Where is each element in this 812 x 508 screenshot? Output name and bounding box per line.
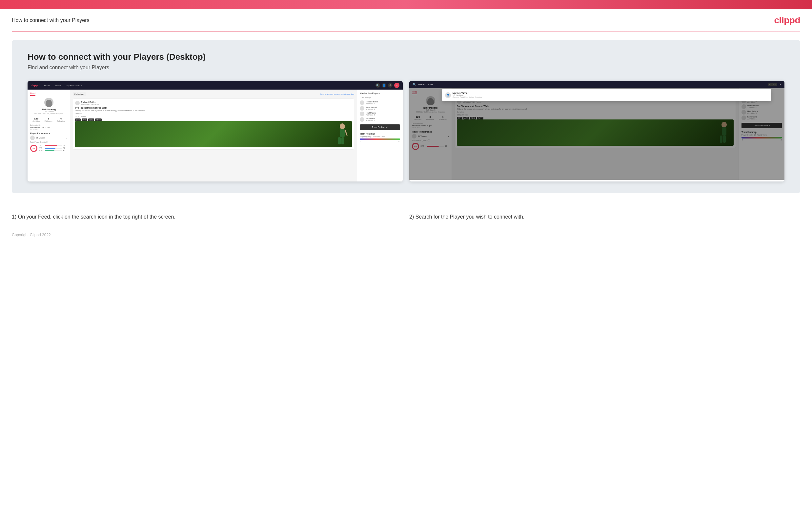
heatmap-bar: [360, 138, 400, 140]
control-link[interactable]: Control who can see your activity and da…: [320, 93, 354, 95]
settings-icon[interactable]: ⚙: [388, 83, 392, 88]
quality-bar-ott: OTT 79: [39, 144, 67, 146]
profile-avatar: [44, 98, 53, 107]
profile-name-2: Blair McHarg: [412, 107, 449, 109]
stat-followers: 3 Followers: [45, 117, 52, 122]
caption-2: 2) Search for the Player you wish to con…: [409, 208, 800, 221]
player-performance-section: Player Performance Eli Vincent ▾ Total P…: [30, 132, 67, 152]
latest-activity-date: 27 Jul 2022: [30, 128, 67, 130]
ott-bar: [45, 145, 62, 146]
following-row: Following ▾ Control who can see your act…: [73, 92, 354, 96]
post-header: Richard Butler Yesterday · The Grove: [75, 101, 352, 105]
footer: Copyright Clippd 2022: [0, 227, 812, 243]
most-active-title: Most Active Players: [360, 92, 400, 94]
post-card: Richard Butler Yesterday · The Grove Pre…: [73, 98, 354, 150]
active-info-2: Piers Parnell Activities: 4: [366, 106, 377, 110]
active-player-3: Hiral Pujara Activities: 3: [360, 112, 400, 116]
post-duration-value: 02 hr : 00 min: [75, 116, 352, 118]
screenshots-row: clippd Home Teams My Performance 🔍 👤 ⚙ B: [28, 81, 784, 181]
search-results-dropdown: 👤 Marcus Turner 1-5 Handicap Cypress Poi…: [442, 89, 771, 101]
search-clear-button[interactable]: CLEAR: [768, 83, 777, 86]
svg-rect-4: [345, 130, 348, 136]
search-result-name: Marcus Turner: [452, 92, 482, 94]
nav-teams[interactable]: Teams: [54, 84, 63, 87]
quality-bar-app: APP 70: [39, 147, 67, 149]
feed-tab-2: Feed: [412, 91, 417, 94]
center-panel-2: Following ▾ Control who can see your act…: [452, 88, 738, 180]
search-result-item[interactable]: 👤 Marcus Turner 1-5 Handicap Cypress Poi…: [444, 91, 769, 99]
profile-location-2: Mill Ride Golf Club, United Kingdom: [412, 111, 449, 113]
active-info-4: Eli Vincent Activities: 1: [366, 118, 375, 121]
profile-stats: 129 Activities 3 Followers 4 Following: [30, 117, 67, 122]
heatmap-title: Team Heatmap: [360, 133, 400, 135]
svg-point-5: [721, 122, 727, 128]
user-icon[interactable]: 👤: [382, 83, 386, 88]
captions-row: 1) On your Feed, click on the search ico…: [12, 208, 800, 221]
profile-name: Blair McHarg: [30, 108, 67, 111]
player-avatar: [30, 135, 35, 140]
nav-home[interactable]: Home: [43, 84, 51, 87]
left-panel-1: Feed Blair McHarg Golf Coach Mill Ride G…: [28, 90, 70, 181]
quality-score: 84: [30, 145, 37, 152]
quality-label: Total Player Quality ⓘ: [30, 141, 67, 143]
quality-bar-arg: ARG 61: [39, 150, 67, 152]
stat-following: 4 Following: [57, 117, 64, 122]
arg-bar: [45, 150, 62, 151]
app-nav-1: clippd Home Teams My Performance 🔍 👤 ⚙ B: [28, 81, 403, 90]
tag-arg: ARG: [88, 119, 94, 121]
caption-1: 1) On your Feed, click on the search ico…: [12, 208, 403, 221]
heatmap-labels: -5 +5: [360, 141, 400, 142]
search-close-button[interactable]: ×: [779, 83, 781, 86]
tag-ott: OTT: [75, 119, 81, 121]
hero-title: How to connect with your Players (Deskto…: [28, 52, 784, 62]
app-body-2: Feed Blair McHarg Golf Coach Mill Ride G…: [409, 88, 784, 180]
logo: clippd: [774, 15, 800, 26]
page-title: How to connect with your Players: [12, 17, 90, 23]
search-result-info: Marcus Turner 1-5 Handicap Cypress Point…: [452, 92, 482, 98]
feed-tab[interactable]: Feed: [30, 92, 36, 96]
avatar-icon[interactable]: B: [394, 83, 399, 88]
nav-my-performance[interactable]: My Performance: [65, 84, 84, 87]
app-ui-2: clippd Home Teams My Performance Feed: [409, 81, 784, 180]
caption-1-number: 1): [12, 214, 16, 219]
post-text: Walking the course with my coach to buil…: [75, 110, 352, 112]
active-avatar-3: [360, 112, 364, 116]
profile-location: Mill Ride Golf Club, United Kingdom: [30, 113, 67, 115]
post-image: [75, 121, 352, 147]
captions-section: 1) On your Feed, click on the search ico…: [0, 201, 812, 221]
post-author-name: Richard Butler: [81, 101, 99, 103]
header-divider: [12, 32, 800, 32]
main-content: How to connect with your Players (Deskto…: [12, 40, 800, 193]
player-dropdown-arrow[interactable]: ▾: [66, 137, 67, 139]
profile-avatar-2: [426, 96, 435, 105]
left-panel-2: Feed Blair McHarg Golf Coach Mill Ride G…: [409, 88, 452, 180]
app-logo-1: clippd: [31, 84, 40, 87]
active-avatar-1: [360, 100, 364, 105]
header: How to connect with your Players clippd: [0, 9, 812, 32]
active-player-2: Piers Parnell Activities: 4: [360, 106, 400, 111]
team-dashboard-button[interactable]: Team Dashboard: [360, 124, 400, 130]
quality-score-row: 84 OTT 79: [30, 144, 67, 152]
tag-app: APP: [82, 119, 87, 121]
caption-2-body: Search for the Player you wish to connec…: [416, 214, 525, 219]
svg-rect-8: [723, 135, 726, 143]
following-button[interactable]: Following ▾: [73, 92, 86, 96]
svg-point-0: [340, 123, 345, 129]
quality-bars: OTT 79 APP: [39, 144, 67, 152]
caption-2-text: 2) Search for the Player you wish to con…: [409, 213, 800, 221]
tag-putt: PUTT: [95, 119, 102, 121]
search-query[interactable]: Marcus Turner: [418, 83, 766, 86]
player-performance-title: Player Performance: [30, 132, 67, 134]
active-avatar-2: [360, 106, 364, 111]
stat-activities: 129 Activities: [33, 117, 40, 122]
player-performance-row: Eli Vincent ▾: [30, 135, 67, 140]
svg-rect-7: [720, 135, 722, 143]
svg-rect-3: [341, 137, 344, 144]
app-nav-links-1: Home Teams My Performance: [43, 84, 373, 87]
post-title: Pre Tournament Course Walk: [75, 107, 352, 109]
search-icon[interactable]: 🔍: [376, 83, 380, 88]
caption-1-body: On your Feed, click on the search icon i…: [18, 214, 176, 219]
app-nav-icons-1: 🔍 👤 ⚙ B: [376, 83, 399, 88]
player-name: Eli Vincent: [36, 137, 45, 139]
center-panel-1: Following ▾ Control who can see your act…: [70, 90, 357, 181]
